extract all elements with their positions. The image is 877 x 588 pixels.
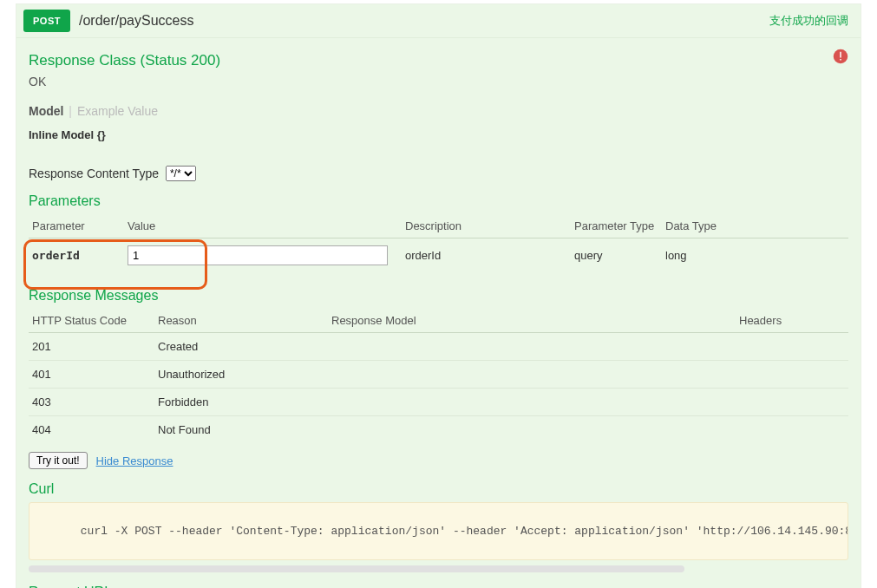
parameters-title: Parameters <box>29 193 848 209</box>
model-tabs: Model | Example Value <box>29 104 848 118</box>
col-reason: Reason <box>154 307 328 333</box>
curl-block[interactable]: curl -X POST --header 'Content-Type: app… <box>29 502 848 560</box>
response-class-title: Response Class (Status 200) <box>29 52 848 69</box>
col-data-type: Data Type <box>662 212 848 238</box>
content-type-row: Response Content Type */* <box>29 166 848 181</box>
operation-panel: POST /order/paySuccess 支付成功的回调 Response … <box>16 3 861 588</box>
operation-content: Response Class (Status 200) OK Model | E… <box>16 38 861 588</box>
status-reason: Created <box>154 333 328 361</box>
col-parameter-type: Parameter Type <box>571 212 662 238</box>
param-value-cell <box>124 238 402 273</box>
horizontal-scrollbar[interactable] <box>29 565 684 572</box>
param-data-type: long <box>662 238 848 273</box>
status-code: 401 <box>29 361 154 389</box>
curl-title: Curl <box>29 481 848 497</box>
response-messages-title: Response Messages <box>29 288 848 304</box>
col-parameter: Parameter <box>29 212 124 238</box>
status-reason: Not Found <box>154 416 328 444</box>
col-description: Description <box>402 212 571 238</box>
table-row: 403 Forbidden <box>29 389 848 416</box>
table-row: 404 Not Found <box>29 416 848 444</box>
response-messages-table: HTTP Status Code Reason Response Model H… <box>29 307 848 443</box>
table-row: orderId orderId query long <box>29 238 848 273</box>
status-reason: Unauthorized <box>154 361 328 389</box>
inline-model-text: Inline Model {} <box>29 128 848 141</box>
table-row: 401 Unauthorized <box>29 361 848 389</box>
content-type-select[interactable]: */* <box>166 166 196 181</box>
svg-rect-1 <box>840 52 841 58</box>
status-reason: Forbidden <box>154 389 328 416</box>
param-name: orderId <box>29 238 124 273</box>
svg-rect-2 <box>840 59 841 61</box>
request-url-title: Request URL <box>29 585 848 588</box>
content-type-label: Response Content Type <box>29 167 159 180</box>
response-status-text: OK <box>29 75 848 88</box>
endpoint-description: 支付成功的回调 <box>769 13 848 29</box>
status-code: 201 <box>29 333 154 361</box>
col-status-code: HTTP Status Code <box>29 307 154 333</box>
status-code: 403 <box>29 389 154 416</box>
curl-command-text: curl -X POST --header 'Content-Type: app… <box>81 525 848 538</box>
param-value-input[interactable] <box>128 245 388 265</box>
tab-model[interactable]: Model <box>29 104 63 118</box>
http-method-badge: POST <box>23 10 70 32</box>
endpoint-path: /order/paySuccess <box>79 13 769 29</box>
actions-row: Try it out! Hide Response <box>29 452 848 469</box>
col-response-model: Response Model <box>328 307 736 333</box>
tab-example-value[interactable]: Example Value <box>77 104 158 118</box>
parameters-table: Parameter Value Description Parameter Ty… <box>29 212 848 272</box>
tab-separator: | <box>69 104 72 118</box>
param-type: query <box>571 238 662 273</box>
col-value: Value <box>124 212 402 238</box>
operation-heading[interactable]: POST /order/paySuccess 支付成功的回调 <box>16 4 861 38</box>
table-row: 201 Created <box>29 333 848 361</box>
param-description: orderId <box>402 238 571 273</box>
hide-response-link[interactable]: Hide Response <box>96 454 173 467</box>
try-it-out-button[interactable]: Try it out! <box>29 452 88 469</box>
status-code: 404 <box>29 416 154 444</box>
warning-icon[interactable] <box>833 49 848 64</box>
col-headers: Headers <box>736 307 848 333</box>
